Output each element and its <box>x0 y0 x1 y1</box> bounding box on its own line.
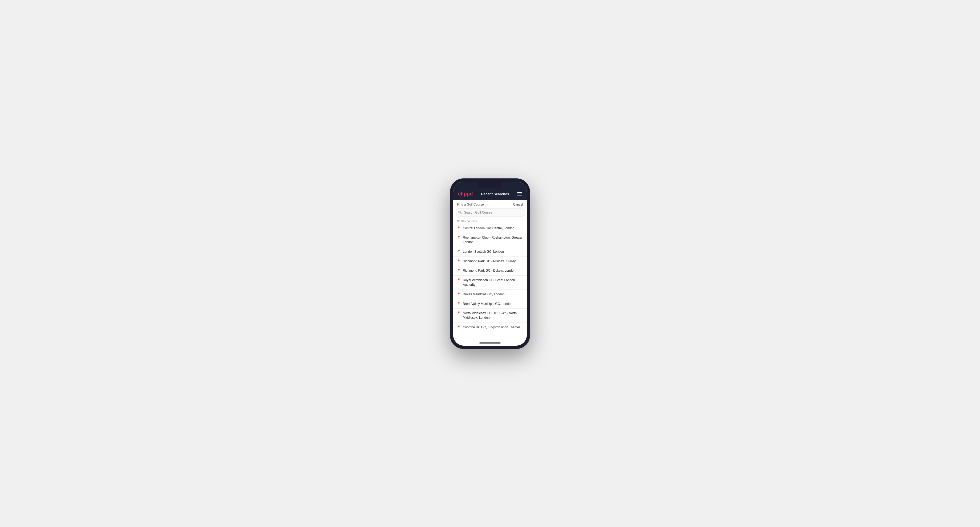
menu-icon-line2 <box>517 194 522 194</box>
course-name: Central London Golf Centre, London <box>463 226 514 231</box>
pin-icon: 📍 <box>457 259 461 263</box>
pin-icon: 📍 <box>457 250 461 253</box>
list-item[interactable]: 📍Dukes Meadows GC, London <box>453 290 527 299</box>
pin-icon: 📍 <box>457 278 461 282</box>
pin-icon: 📍 <box>457 302 461 305</box>
app-logo: clippd <box>458 191 473 197</box>
home-indicator <box>453 340 527 346</box>
course-name: Roehampton Club - Roehampton, Greater Lo… <box>463 235 523 244</box>
list-item[interactable]: 📍Richmond Park GC - Duke's, London <box>453 266 527 276</box>
menu-icon-line3 <box>517 195 522 195</box>
list-item[interactable]: 📍Central London Golf Centre, London <box>453 224 527 233</box>
list-item[interactable]: 📍Richmond Park GC - Prince's, Surrey <box>453 257 527 266</box>
pin-icon: 📍 <box>457 325 461 329</box>
course-name: North Middlesex GC (1011942 - North Midd… <box>463 311 523 320</box>
menu-icon-line1 <box>517 192 522 193</box>
course-name: London Scottish GC, London <box>463 249 504 254</box>
list-item[interactable]: 📍Brent Valley Municipal GC, London <box>453 299 527 309</box>
find-label: Find a Golf Course <box>457 203 484 206</box>
list-item[interactable]: 📍Coombe Hill GC, Kingston upon Thames <box>453 323 527 332</box>
course-name: Richmond Park GC - Duke's, London <box>463 268 515 273</box>
list-item[interactable]: 📍Royal Wimbledon GC, Great London Author… <box>453 276 527 290</box>
content-area: Find a Golf Course Cancel 🔍 Nearby cours… <box>453 200 527 340</box>
course-name: Dukes Meadows GC, London <box>463 292 505 297</box>
header-title: Recent Searches <box>481 192 509 196</box>
list-item[interactable]: 📍North Middlesex GC (1011942 - North Mid… <box>453 309 527 323</box>
course-name: Brent Valley Municipal GC, London <box>463 302 512 306</box>
list-item[interactable]: 📍Roehampton Club - Roehampton, Greater L… <box>453 233 527 247</box>
phone-screen: clippd Recent Searches Find a Golf Cours… <box>453 182 527 346</box>
course-list: 📍Central London Golf Centre, London📍Roeh… <box>453 224 527 332</box>
search-input[interactable] <box>456 208 524 216</box>
cancel-button[interactable]: Cancel <box>513 203 523 206</box>
search-box: 🔍 <box>456 208 524 216</box>
home-bar <box>479 343 501 343</box>
pin-icon: 📍 <box>457 269 461 272</box>
pin-icon: 📍 <box>457 311 461 315</box>
search-icon: 🔍 <box>458 211 462 214</box>
list-item[interactable]: 📍London Scottish GC, London <box>453 247 527 257</box>
course-name: Royal Wimbledon GC, Great London Authori… <box>463 278 523 287</box>
nearby-section-label: Nearby courses <box>453 219 527 224</box>
phone-frame: clippd Recent Searches Find a Golf Cours… <box>450 178 530 349</box>
course-name: Coombe Hill GC, Kingston upon Thames <box>463 325 521 330</box>
pin-icon: 📍 <box>457 236 461 239</box>
menu-button[interactable] <box>517 192 522 195</box>
find-bar: Find a Golf Course Cancel <box>453 200 527 208</box>
pin-icon: 📍 <box>457 292 461 296</box>
phone-notch <box>478 182 502 188</box>
pin-icon: 📍 <box>457 226 461 230</box>
course-name: Richmond Park GC - Prince's, Surrey <box>463 259 515 264</box>
